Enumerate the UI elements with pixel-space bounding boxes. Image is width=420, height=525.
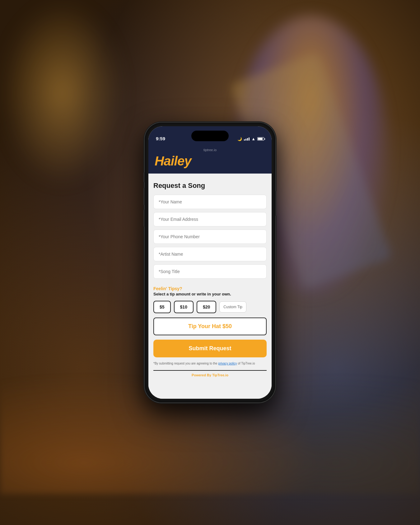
tip-heading-orange: Tipsy? (168, 286, 182, 291)
power-button (275, 191, 277, 216)
brand-name: TipTree.io (212, 373, 228, 377)
bg-light (0, 0, 124, 187)
tip-10-button[interactable]: $10 (174, 301, 194, 313)
mute-button (143, 172, 145, 182)
tip-heading-normal: Feelin' (153, 286, 168, 291)
email-input[interactable] (153, 212, 267, 226)
phone-body: 9:59 🌙 ▲ tiptree.io (145, 123, 275, 402)
url-bar: tiptree.io (155, 148, 265, 152)
powered-by-label: Powered By (192, 373, 212, 377)
tip-hat-button[interactable]: Tip Your Hat $50 (153, 318, 267, 335)
form-fields (153, 195, 267, 279)
privacy-text-before: *By submitting request you are agreeing … (153, 362, 218, 365)
song-input[interactable] (153, 264, 267, 279)
dynamic-island (191, 131, 229, 141)
form-title: Request a Song (153, 182, 267, 190)
signal-icon (244, 137, 250, 141)
artist-input[interactable] (153, 247, 267, 261)
tip-amount-buttons: $5 $10 $20 Custom Tip (153, 301, 267, 313)
tip-hat-suffix: Your Hat $50 (198, 323, 232, 329)
tip-subheading: Select a tip amount or write in your own… (153, 292, 267, 296)
volume-down-button (143, 210, 145, 227)
app-header: tiptree.io Hailey (148, 144, 272, 174)
tip-section: Feelin' Tipsy? Select a tip amount or wr… (153, 285, 267, 384)
app-title: Hailey (155, 154, 265, 169)
phone-screen: 9:59 🌙 ▲ tiptree.io (148, 126, 272, 399)
phone-mockup: 9:59 🌙 ▲ tiptree.io (145, 123, 275, 402)
status-icons: 🌙 ▲ (237, 137, 264, 142)
battery-fill (258, 138, 263, 140)
custom-tip-button[interactable]: Custom Tip (219, 301, 246, 313)
tip-hat-prefix: Tip (188, 323, 197, 329)
tip-heading: Feelin' Tipsy? (153, 286, 267, 291)
wifi-icon: ▲ (251, 137, 255, 141)
status-time: 9:59 (156, 136, 165, 142)
phone-input[interactable] (153, 230, 267, 244)
moon-icon: 🌙 (237, 137, 242, 141)
submit-button[interactable]: Submit Request (153, 340, 267, 357)
powered-by: Powered By TipTree.io (153, 370, 267, 383)
volume-up-button (143, 188, 145, 205)
privacy-text: *By submitting request you are agreeing … (153, 361, 267, 366)
tip-20-button[interactable]: $20 (197, 301, 216, 313)
name-input[interactable] (153, 195, 267, 209)
privacy-text-after: of TipTree.io (237, 362, 255, 365)
privacy-policy-link[interactable]: privacy policy (218, 362, 237, 365)
battery-icon (257, 137, 264, 141)
tip-5-button[interactable]: $5 (153, 301, 171, 313)
app-content[interactable]: Request a Song Feelin' Tipsy? Select a t… (148, 175, 272, 399)
